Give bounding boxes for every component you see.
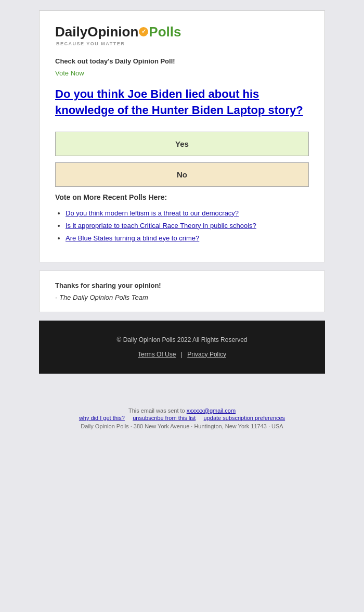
vote-now-link[interactable]: Vote Now <box>55 69 309 77</box>
list-item: Is it appropriate to teach Critical Race… <box>66 221 309 230</box>
logo: DailyOpinionPolls BECAUSE YOU MATTER <box>55 24 309 47</box>
thanks-card: Thanks for sharing your opinion! - The D… <box>39 271 325 312</box>
more-polls-title: Vote on More Recent Polls Here: <box>55 193 309 201</box>
address-line: Daily Opinion Polls · 380 New York Avenu… <box>10 423 354 429</box>
bottom-email-footer: This email was sent to This email was se… <box>0 400 364 440</box>
list-item: Do you think modern leftism is a threat … <box>66 209 309 217</box>
email-sent-text: This email was sent to <box>128 407 187 414</box>
logo-daily: Daily <box>55 24 87 40</box>
intro-text: Check out today's Daily Opinion Poll! <box>55 57 309 65</box>
email-address-link-display[interactable]: xxxxxx@gmail.com <box>187 407 236 414</box>
more-poll-link-1[interactable]: Do you think modern leftism is a threat … <box>66 209 239 217</box>
why-link[interactable]: why did I get this? <box>79 415 125 421</box>
spacer-text-2 <box>197 415 202 421</box>
logo-tagline: BECAUSE YOU MATTER <box>56 41 309 47</box>
terms-link[interactable]: Terms Of Use <box>138 351 176 358</box>
logo-opinion: Opinion <box>87 24 138 40</box>
more-polls-list: Do you think modern leftism is a threat … <box>55 209 309 242</box>
email-sent-line: This email was sent to This email was se… <box>10 407 354 414</box>
main-poll-card: DailyOpinionPolls BECAUSE YOU MATTER Che… <box>39 10 325 262</box>
logo-polls: Polls <box>149 24 181 40</box>
privacy-link[interactable]: Privacy Policy <box>187 351 226 358</box>
footer-dark: © Daily Opinion Polls 2022 All Rights Re… <box>39 321 325 374</box>
unsubscribe-link[interactable]: unsubscribe from this list <box>133 415 196 421</box>
spacer-text <box>126 415 131 421</box>
update-prefs-link[interactable]: update subscription preferences <box>204 415 285 421</box>
page-wrapper: DailyOpinionPolls BECAUSE YOU MATTER Che… <box>0 0 364 374</box>
more-poll-link-2[interactable]: Is it appropriate to teach Critical Race… <box>66 222 256 230</box>
no-button[interactable]: No <box>55 162 309 187</box>
more-poll-link-3[interactable]: Are Blue States turning a blind eye to c… <box>66 234 199 242</box>
footer-separator: | <box>181 351 183 358</box>
footer-links: Terms Of Use | Privacy Policy <box>49 351 315 358</box>
thanks-signature: - The Daily Opinion Polls Team <box>55 294 309 301</box>
logo-check-icon <box>139 27 148 36</box>
logo-area: DailyOpinionPolls BECAUSE YOU MATTER <box>55 24 309 47</box>
thanks-message: Thanks for sharing your opinion! <box>55 282 309 289</box>
yes-button[interactable]: Yes <box>55 132 309 156</box>
list-item: Are Blue States turning a blind eye to c… <box>66 234 309 242</box>
footer-copyright: © Daily Opinion Polls 2022 All Rights Re… <box>49 336 315 343</box>
poll-question[interactable]: Do you think Joe Biden lied about his kn… <box>55 86 309 119</box>
footer-action-links: why did I get this? unsubscribe from thi… <box>10 415 354 421</box>
